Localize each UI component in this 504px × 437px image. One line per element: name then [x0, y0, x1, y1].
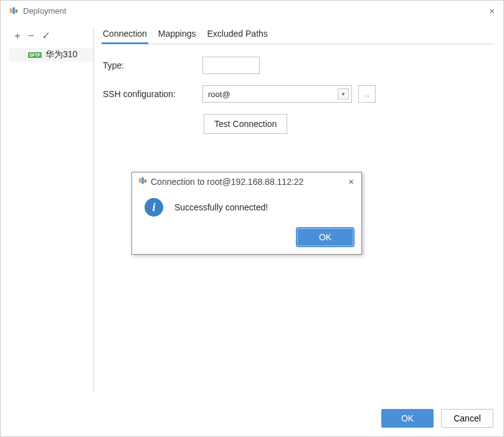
server-item[interactable]: SFTP 华为310	[9, 48, 93, 62]
popup-ok-button[interactable]: OK	[297, 228, 354, 247]
popup-close-button[interactable]: ×	[346, 176, 356, 187]
ssh-config-dropdown[interactable]: root@ ▼	[202, 85, 352, 103]
type-label: Type:	[103, 60, 196, 70]
svg-rect-3	[139, 179, 141, 183]
ok-button[interactable]: OK	[381, 409, 434, 428]
window-title: Deployment	[23, 6, 487, 16]
set-default-button[interactable]: ✓	[42, 31, 50, 41]
sftp-badge-icon: SFTP	[28, 52, 42, 58]
ssh-value: root@	[208, 90, 231, 99]
titlebar: Deployment ×	[1, 1, 503, 21]
server-name: 华为310	[45, 49, 77, 60]
ssh-browse-button[interactable]: …	[358, 85, 376, 103]
server-list: SFTP 华为310	[9, 44, 93, 392]
remove-server-button[interactable]: −	[28, 31, 34, 41]
popup-footer: OK	[132, 222, 361, 254]
svg-rect-4	[141, 177, 144, 184]
ssh-label: SSH configuration:	[103, 89, 196, 99]
add-server-button[interactable]: +	[14, 31, 21, 41]
popup-titlebar: Connection to root@192.168.88.112:22 ×	[132, 172, 361, 189]
info-icon: i	[145, 198, 163, 217]
test-connection-button[interactable]: Test Connection	[204, 114, 287, 134]
tabs: Connection Mappings Excluded Paths	[102, 27, 495, 44]
popup-title: Connection to root@192.168.88.112:22	[151, 177, 346, 187]
cancel-button[interactable]: Cancel	[441, 409, 493, 428]
type-row: Type:	[103, 57, 488, 74]
ssh-row: SSH configuration: root@ ▼ …	[103, 85, 488, 103]
svg-rect-0	[10, 9, 12, 13]
tab-mappings[interactable]: Mappings	[157, 26, 197, 44]
connection-form: Type: SSH configuration: root@ ▼ … Test …	[102, 44, 495, 140]
svg-rect-1	[12, 7, 15, 14]
svg-rect-2	[16, 9, 18, 12]
app-icon	[138, 176, 147, 187]
tab-excluded-paths[interactable]: Excluded Paths	[206, 26, 269, 44]
type-field[interactable]	[202, 57, 260, 74]
connection-result-popup: Connection to root@192.168.88.112:22 × i…	[131, 172, 362, 255]
tab-connection[interactable]: Connection	[102, 26, 148, 44]
server-toolbar: + − ✓	[9, 27, 93, 44]
window-close-button[interactable]: ×	[487, 6, 497, 16]
server-panel: + − ✓ SFTP 华为310	[9, 27, 94, 392]
svg-rect-5	[145, 179, 147, 182]
chevron-down-icon[interactable]: ▼	[338, 88, 349, 100]
popup-body: i Successfully connected!	[132, 189, 361, 222]
app-icon	[9, 6, 18, 15]
popup-message: Successfully connected!	[174, 202, 268, 212]
dialog-footer: OK Cancel	[1, 400, 503, 436]
